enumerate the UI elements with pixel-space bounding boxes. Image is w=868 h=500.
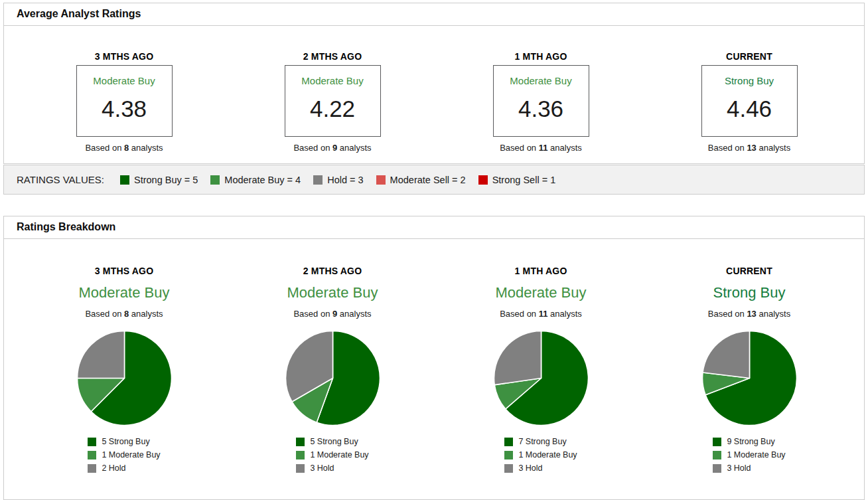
legend-color-swatch xyxy=(296,464,305,473)
analyst-count: 13 xyxy=(747,143,756,153)
rating-text: Moderate Buy xyxy=(494,75,589,86)
avg-rating-box: Moderate Buy 4.38 xyxy=(76,65,173,137)
avg-rating-box: Moderate Buy 4.22 xyxy=(285,65,381,137)
based-on-suffix: analysts xyxy=(550,309,582,319)
based-on-suffix: analysts xyxy=(340,143,372,153)
breakdown-card: 1 MTH AGO Moderate Buy Based on 11 analy… xyxy=(437,239,645,477)
pie-chart xyxy=(701,330,798,426)
based-on-prefix: Based on xyxy=(85,309,121,319)
pie-legend-item: 3 Hold xyxy=(296,463,368,473)
rating-value: 4.46 xyxy=(702,96,797,122)
rating-text: Moderate Buy xyxy=(228,284,437,301)
avg-rating-box: Moderate Buy 4.36 xyxy=(493,65,589,137)
pie-legend-item: 5 Strong Buy xyxy=(296,437,368,446)
avg-rating-card: 2 MTHS AGO Moderate Buy 4.22 Based on 9 … xyxy=(228,26,437,153)
legend-label: Moderate Buy = 4 xyxy=(224,175,301,185)
pie-legend-item: 5 Strong Buy xyxy=(88,437,160,446)
legend-label: Moderate Sell = 2 xyxy=(390,175,466,185)
analyst-count: 9 xyxy=(332,143,337,153)
legend-color-swatch xyxy=(713,438,721,446)
period-label: 1 MTH AGO xyxy=(437,266,645,276)
based-on-prefix: Based on xyxy=(708,309,745,319)
breakdown-card: 2 MTHS AGO Moderate Buy Based on 9 analy… xyxy=(228,239,437,477)
panel-title: Average Analyst Ratings xyxy=(4,3,864,26)
ratings-value-item: Hold = 3 xyxy=(313,175,363,185)
legend-color-swatch xyxy=(296,451,305,459)
analyst-count: 9 xyxy=(332,309,337,319)
pie-legend: 5 Strong Buy 1 Moderate Buy 3 Hold xyxy=(296,437,368,477)
legend-color-swatch xyxy=(210,175,220,185)
pie-legend: 5 Strong Buy 1 Moderate Buy 2 Hold xyxy=(88,437,160,477)
legend-color-swatch xyxy=(296,438,305,446)
analyst-count: 8 xyxy=(124,309,129,319)
pie-chart xyxy=(493,330,589,426)
based-on-text: Based on 9 analysts xyxy=(228,309,437,319)
avg-rating-box: Strong Buy 4.46 xyxy=(701,65,798,137)
based-on-suffix: analysts xyxy=(759,309,790,319)
pie-legend-item: 1 Moderate Buy xyxy=(504,450,577,459)
rating-text: Strong Buy xyxy=(645,284,853,301)
legend-color-swatch xyxy=(504,451,513,459)
period-label: 2 MTHS AGO xyxy=(228,51,437,62)
period-label: 3 MTHS AGO xyxy=(20,51,228,62)
based-on-suffix: analysts xyxy=(131,309,163,319)
based-on-text: Based on 8 analysts xyxy=(20,309,228,319)
based-on-text: Based on 8 analysts xyxy=(20,143,228,153)
legend-label: 3 Hold xyxy=(518,463,542,473)
legend-color-swatch xyxy=(504,464,513,473)
based-on-text: Based on 13 analysts xyxy=(645,143,853,153)
rating-text: Moderate Buy xyxy=(285,75,380,86)
breakdown-card: 3 MTHS AGO Moderate Buy Based on 8 analy… xyxy=(20,239,228,477)
pie-legend-item: 1 Moderate Buy xyxy=(88,450,160,459)
legend-label: 2 Hold xyxy=(102,463,125,473)
legend-color-swatch xyxy=(120,175,129,185)
legend-label: 1 Moderate Buy xyxy=(102,450,160,459)
legend-color-swatch xyxy=(713,464,721,473)
analyst-count: 11 xyxy=(539,309,548,319)
legend-color-swatch xyxy=(376,175,386,185)
based-on-prefix: Based on xyxy=(293,309,330,319)
legend-color-swatch xyxy=(504,438,513,446)
based-on-suffix: analysts xyxy=(759,143,790,153)
period-label: CURRENT xyxy=(645,266,853,276)
legend-label: 1 Moderate Buy xyxy=(518,450,577,459)
ratings-breakdown-panel: Ratings Breakdown 3 MTHS AGO Moderate Bu… xyxy=(3,216,865,500)
period-label: 2 MTHS AGO xyxy=(228,266,437,276)
rating-value: 4.36 xyxy=(494,96,589,122)
legend-label: 1 Moderate Buy xyxy=(727,450,785,459)
based-on-text: Based on 11 analysts xyxy=(437,143,645,153)
rating-text: Moderate Buy xyxy=(77,75,172,86)
legend-label: 5 Strong Buy xyxy=(102,437,149,446)
ratings-values-label: RATINGS VALUES: xyxy=(17,174,104,185)
based-on-prefix: Based on xyxy=(293,143,330,153)
pie-legend-item: 3 Hold xyxy=(504,463,577,473)
avg-rating-card: 3 MTHS AGO Moderate Buy 4.38 Based on 8 … xyxy=(20,26,228,153)
legend-color-swatch xyxy=(88,438,96,446)
period-label: 1 MTH AGO xyxy=(437,51,645,62)
pie-chart xyxy=(285,330,381,426)
analyst-count: 11 xyxy=(539,143,548,153)
based-on-prefix: Based on xyxy=(708,143,745,153)
based-on-text: Based on 11 analysts xyxy=(437,309,645,319)
rating-text: Moderate Buy xyxy=(20,284,228,301)
based-on-text: Based on 9 analysts xyxy=(228,143,437,153)
legend-label: 7 Strong Buy xyxy=(518,437,566,446)
pie-legend-item: 1 Moderate Buy xyxy=(296,450,368,459)
legend-label: 5 Strong Buy xyxy=(310,437,358,446)
ratings-value-item: Strong Sell = 1 xyxy=(478,175,556,185)
period-label: CURRENT xyxy=(645,51,853,62)
legend-label: 9 Strong Buy xyxy=(727,437,774,446)
legend-label: Strong Buy = 5 xyxy=(134,175,198,185)
based-on-text: Based on 13 analysts xyxy=(645,309,853,319)
pie-legend-item: 1 Moderate Buy xyxy=(713,450,785,459)
ratings-values-strip: RATINGS VALUES: Strong Buy = 5 Moderate … xyxy=(3,165,865,195)
legend-label: 3 Hold xyxy=(310,463,334,473)
pie-legend-item: 3 Hold xyxy=(713,463,785,473)
analyst-count: 13 xyxy=(747,309,756,319)
legend-color-swatch xyxy=(313,175,323,185)
avg-rating-card: CURRENT Strong Buy 4.46 Based on 13 anal… xyxy=(645,26,853,153)
based-on-suffix: analysts xyxy=(550,143,582,153)
pie-legend: 7 Strong Buy 1 Moderate Buy 3 Hold xyxy=(504,437,577,477)
legend-color-swatch xyxy=(478,175,488,185)
legend-color-swatch xyxy=(88,464,96,473)
